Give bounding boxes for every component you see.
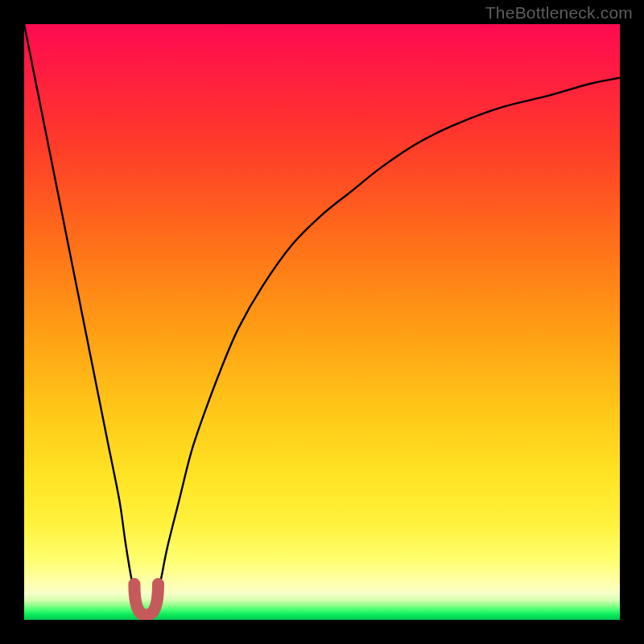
chart-plot-area [24, 24, 620, 620]
watermark-text: TheBottleneck.com [485, 3, 633, 23]
bottleneck-curve [24, 24, 620, 615]
valley-marker [134, 584, 159, 615]
chart-svg [24, 24, 620, 620]
app-frame: TheBottleneck.com [0, 0, 644, 644]
